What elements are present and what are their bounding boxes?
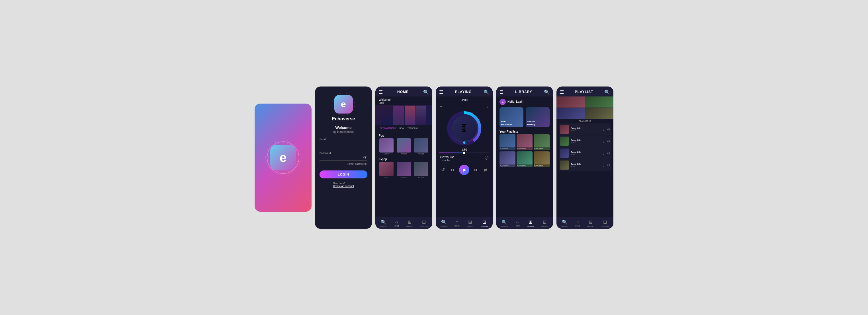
featured-card-favourites[interactable]: YourFavourites [499, 107, 523, 127]
hero-figure-1 [381, 106, 393, 125]
song-artist-2: Artist [571, 141, 600, 143]
screen-home: ☰ HOME 🔍 Welcome, Lexi RECOMMENDED NEW T… [375, 86, 432, 229]
nav-playing[interactable]: ⊡ PLAYING [420, 219, 428, 227]
nav-home[interactable]: ⌂ HOME [394, 219, 399, 227]
playlist-nav-search-icon: 🔍 [562, 219, 567, 225]
song-artist-4: Artist [571, 165, 600, 167]
song-remove-4[interactable]: ⊖ [607, 163, 610, 167]
song-name: Gotta Go [440, 155, 454, 159]
library-nav-playing[interactable]: ⊡ PLAYING [541, 219, 549, 227]
featured-label-2: WeeklyMashup [527, 120, 549, 126]
song-remove-3[interactable]: ⊖ [607, 151, 610, 155]
playing-nav-library[interactable]: ⊞ LIBRARY [466, 219, 474, 227]
kpop-card-1: ARTIST [379, 162, 395, 178]
playlist-search-icon[interactable]: 🔍 [604, 89, 610, 95]
playlist-hero-img-1 [556, 97, 585, 108]
library-nav-home-label: HOME [515, 225, 520, 227]
song-row-1[interactable]: Song title Artist ⋮ ⊖ [559, 124, 611, 135]
play-icon: ▶ [463, 167, 466, 172]
tab-new[interactable]: NEW [398, 127, 405, 130]
playing-artist: Chungha [440, 159, 454, 162]
song-more-2[interactable]: ⋮ [602, 139, 606, 143]
more-icon[interactable]: ⋮ [485, 104, 489, 108]
login-email-input[interactable] [319, 141, 367, 147]
featured-card-mashup[interactable]: WeeklyMashup [526, 107, 550, 127]
create-account-link[interactable]: Create an account [333, 185, 354, 187]
song-remove-1[interactable]: ⊖ [607, 127, 610, 131]
shuffle-icon[interactable]: ⇄ [484, 167, 487, 172]
tab-recommended[interactable]: RECOMMENDED [379, 127, 397, 130]
playlist-menu-icon[interactable]: ☰ [560, 89, 564, 95]
song-row-4[interactable]: Song title Artist ⋮ ⊖ [559, 159, 611, 171]
playing-search-icon[interactable]: 🔍 [484, 89, 489, 95]
playlist-thumb-2[interactable]: PLAYLIST #2 [517, 134, 532, 150]
playing-nav-search[interactable]: 🔍 SEARCH [440, 219, 447, 227]
playing-nav-playing[interactable]: ⊡ PLAYING [481, 219, 488, 227]
progress-bar-fill [439, 152, 464, 153]
splash-logo: e [270, 145, 296, 170]
playlist-thumb-5[interactable]: PLAYLIST #5 [517, 151, 532, 167]
kpop-label-1: ARTIST [383, 177, 390, 178]
playing-menu-icon[interactable]: ☰ [439, 89, 443, 95]
playlist-thumb-1[interactable]: PLAYLIST #1 [499, 134, 516, 150]
home-bottom-nav: 🔍 SEARCH ⌂ HOME ⊞ LIBRARY ⊡ PLAYING [375, 217, 432, 229]
artist-card-3: ARTIST [413, 138, 429, 155]
artist-label-2: ARTIST [401, 153, 407, 155]
nav-playing-label: PLAYING [420, 225, 428, 227]
playlist-nav-home[interactable]: ⌂ HOME [575, 219, 580, 227]
song-more-1[interactable]: ⋮ [602, 127, 606, 131]
playlist-nav-home-icon: ⌂ [577, 219, 579, 224]
nav-home-label: HOME [394, 225, 399, 227]
library-menu-icon[interactable]: ☰ [499, 89, 503, 95]
play-button[interactable]: ▶ [459, 165, 469, 175]
song-row-info-3: Song title Artist [571, 151, 600, 155]
playlist-thumb-4[interactable]: PLAYLIST #4 [499, 151, 516, 167]
library-nav-search[interactable]: 🔍 SEARCH [501, 219, 508, 227]
share-icon[interactable]: ⤷ [439, 104, 442, 108]
playlist-hero-img-4 [585, 108, 613, 119]
playlist-label-3: PLAYLIST #3 [534, 147, 550, 150]
artist-thumb-1 [379, 138, 394, 152]
forgot-password-link[interactable]: Forgot password? [347, 163, 367, 165]
tab-trending[interactable]: TRENDING [406, 127, 419, 130]
login-password-input[interactable] [319, 155, 363, 161]
playlist-hero-img-3 [556, 108, 585, 119]
playlist-label-2: PLAYLIST #2 [517, 147, 532, 150]
login-welcome: Welcome [336, 126, 352, 130]
library-bottom-nav: 🔍 SEARCH ⌂ HOME ⊞ LIBRARY ⊡ PLAYING [496, 217, 553, 229]
menu-icon[interactable]: ☰ [379, 89, 383, 95]
song-list: Song title Artist ⋮ ⊖ Song title Artist … [556, 123, 613, 217]
playlist-nav-library[interactable]: ⊞ LIBRARY [587, 219, 595, 227]
playlist-thumb-6[interactable]: PLAYLIST #6 [534, 151, 550, 167]
nav-library-label: LIBRARY [406, 225, 413, 227]
playing-nav-playing-icon: ⊡ [483, 219, 486, 225]
song-more-4[interactable]: ⋮ [602, 163, 606, 167]
library-search-icon[interactable]: 🔍 [544, 89, 550, 95]
home-search-icon[interactable]: 🔍 [423, 89, 429, 95]
home-hero-banner [375, 105, 432, 125]
library-nav-library[interactable]: ⊞ LIBRARY [527, 219, 534, 227]
playing-header: ☰ PLAYING 🔍 [436, 86, 493, 97]
playlist-nav-search[interactable]: 🔍 SEARCH [561, 219, 568, 227]
heart-icon[interactable]: ♡ [485, 156, 489, 161]
next-icon[interactable]: ⏭ [474, 167, 479, 172]
library-nav-home-icon: ⌂ [516, 219, 519, 224]
login-button[interactable]: LOGIN [319, 170, 367, 178]
nav-library[interactable]: ⊞ LIBRARY [406, 219, 413, 227]
repeat-icon[interactable]: ↺ [441, 167, 445, 172]
playlist-nav-search-label: SEARCH [561, 225, 568, 227]
song-more-3[interactable]: ⋮ [602, 151, 606, 155]
playlist-thumb-3[interactable]: PLAYLIST #3 [534, 134, 550, 150]
waveform-ring-2 [266, 140, 301, 175]
prev-icon[interactable]: ⏮ [450, 167, 454, 172]
eye-icon[interactable]: 👁 [363, 155, 367, 160]
song-row-2[interactable]: Song title Artist ⋮ ⊖ [559, 135, 611, 147]
nav-search[interactable]: 🔍 SEARCH [380, 219, 387, 227]
song-remove-2[interactable]: ⊖ [607, 139, 610, 143]
library-nav-home[interactable]: ⌂ HOME [515, 219, 520, 227]
song-row-3[interactable]: Song title Artist ⋮ ⊖ [559, 147, 611, 159]
library-title: LIBRARY [515, 90, 532, 94]
playlist-nav-playing[interactable]: ⊡ PLAYING [601, 219, 609, 227]
playing-nav-home[interactable]: ⌂ HOME [455, 219, 460, 227]
song-title-4: Song title [571, 163, 600, 165]
